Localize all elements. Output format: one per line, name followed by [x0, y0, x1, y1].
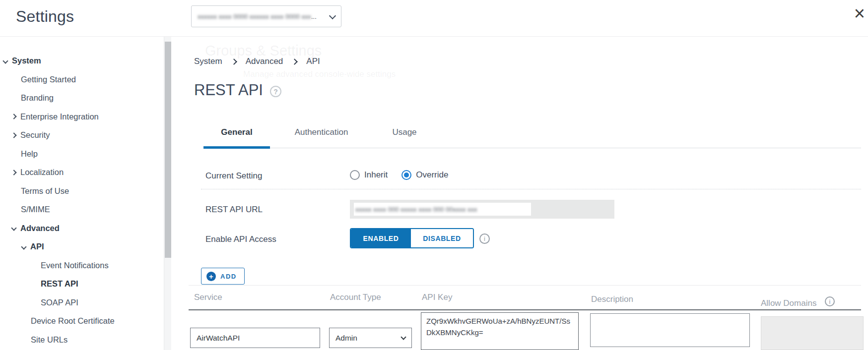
enable-api-access-label: Enable API Access — [205, 234, 276, 244]
sidebar-item-advanced[interactable]: Advanced — [0, 219, 164, 238]
sidebar-item-help[interactable]: Help — [0, 145, 164, 164]
sidebar-item-smime[interactable]: S/MIME — [0, 200, 164, 219]
radio-inherit-label: Inherit — [364, 170, 388, 180]
breadcrumb-advanced[interactable]: Advanced — [246, 57, 283, 66]
sidebar-item-event-notifications[interactable]: Event Notifications — [0, 256, 164, 275]
help-icon[interactable]: ? — [270, 86, 281, 97]
plus-circle-icon: + — [206, 272, 216, 281]
chevron-down-icon — [11, 226, 16, 231]
sidebar-item-localization[interactable]: Localization — [0, 163, 164, 182]
sidebar-item-rest-api[interactable]: REST API — [0, 275, 164, 293]
api-key-textarea[interactable]: ZQr9xWkhvGERWoUa+zA/hBNyzEUNT/SsDkXBMNyC… — [421, 312, 579, 350]
section-divider — [201, 189, 861, 189]
chevron-right-icon — [11, 132, 16, 138]
window-header: Settings xxxxxx xxxx 0000 xxxxxx xxxx 00… — [0, 0, 868, 37]
sidebar-nav-list: System Getting Started Branding Enterpri… — [0, 52, 164, 349]
close-icon[interactable]: × — [854, 4, 865, 23]
sidebar-scrollbar-track — [164, 37, 172, 350]
column-header-service: Service — [194, 292, 222, 302]
sidebar-item-api[interactable]: API — [0, 237, 164, 256]
page-title: REST API — [194, 81, 263, 99]
main-panel: Groups & Settings Manage advanced consol… — [171, 37, 868, 350]
toggle-enabled-option[interactable]: ENABLED — [351, 229, 411, 247]
chevron-down-icon — [2, 58, 8, 63]
rest-api-url-redacted-value: xxxxx xxxx 000 xxxxx xxxx 000 00xxxx xxx — [354, 203, 531, 216]
settings-sidebar: System Getting Started Branding Enterpri… — [0, 37, 171, 350]
sidebar-item-site-urls[interactable]: Site URLs — [0, 331, 164, 350]
chevron-right-icon — [11, 114, 16, 119]
breadcrumb: System Advanced API — [194, 57, 320, 66]
sidebar-item-label: Enterprise Integration — [20, 112, 99, 121]
tab-authentication[interactable]: Authentication — [278, 127, 365, 140]
active-tab-underline — [203, 146, 270, 149]
sidebar-item-label: Device Root Certificate — [31, 316, 115, 326]
sidebar-item-label: REST API — [41, 279, 78, 289]
description-textarea[interactable] — [590, 313, 750, 347]
add-button-label: ADD — [220, 273, 237, 280]
tab-divider-line — [270, 148, 861, 148]
account-type-select[interactable]: Admin — [329, 328, 412, 348]
allow-domains-disabled-field — [761, 316, 864, 350]
column-header-description: Description — [591, 294, 633, 304]
column-header-api-key: API Key — [422, 292, 452, 302]
add-button[interactable]: + ADD — [201, 268, 245, 285]
ghost-background-text: Manage advanced console-wide settings — [243, 69, 396, 79]
chevron-right-icon — [11, 170, 16, 175]
rest-api-url-field: xxxxx xxxx 000 xxxxx xxxx 000 00xxxx xxx — [350, 200, 614, 219]
table-top-border — [189, 285, 861, 286]
window-title: Settings — [16, 7, 74, 26]
settings-window: Settings xxxxxx xxxx 0000 xxxxxx xxxx 00… — [0, 0, 868, 350]
organization-group-redacted-value: xxxxxx xxxx 0000 xxxxxx xxxx 0000 xxxx — [198, 13, 311, 20]
column-header-account-type: Account Type — [330, 292, 381, 302]
breadcrumb-api[interactable]: API — [306, 57, 320, 66]
info-icon[interactable]: i — [479, 233, 490, 244]
sidebar-item-label: Localization — [20, 168, 64, 177]
chevron-right-icon — [231, 58, 237, 65]
sidebar-item-label: Getting Started — [21, 75, 76, 84]
sidebar-item-label: Event Notifications — [41, 261, 109, 270]
breadcrumb-system[interactable]: System — [194, 57, 222, 66]
page-title-row: REST API ? — [194, 81, 281, 99]
toggle-disabled-option[interactable]: DISABLED — [411, 229, 473, 247]
sidebar-item-enterprise-integration[interactable]: Enterprise Integration — [0, 108, 164, 126]
sidebar-item-system[interactable]: System — [0, 52, 164, 70]
sidebar-item-label: System — [12, 56, 41, 65]
info-icon[interactable]: i — [825, 296, 835, 306]
chevron-down-icon — [401, 334, 406, 340]
organization-group-selector[interactable]: xxxxxx xxxx 0000 xxxxxx xxxx 0000 xxxx .… — [191, 5, 341, 27]
sidebar-item-soap-api[interactable]: SOAP API — [0, 293, 164, 312]
sidebar-item-label: SOAP API — [41, 298, 78, 307]
radio-override[interactable] — [401, 170, 411, 180]
radio-override-label: Override — [416, 170, 448, 180]
enable-api-access-toggle: ENABLED DISABLED — [350, 228, 474, 248]
current-setting-label: Current Setting — [205, 171, 262, 181]
column-header-allow-domains: Allow Domains — [761, 298, 816, 308]
chevron-down-icon — [329, 12, 336, 19]
account-type-selected-value: Admin — [335, 334, 357, 343]
chevron-right-icon — [291, 58, 298, 65]
sidebar-item-terms-of-use[interactable]: Terms of Use — [0, 182, 164, 201]
sidebar-item-label: Terms of Use — [21, 186, 69, 196]
sidebar-item-security[interactable]: Security — [0, 126, 164, 145]
organization-group-ellipsis: ... — [311, 13, 317, 20]
sidebar-item-label: Branding — [21, 93, 54, 103]
tab-general[interactable]: General — [203, 127, 270, 140]
sidebar-item-label: Help — [21, 149, 38, 159]
sidebar-item-label: Site URLs — [31, 335, 67, 345]
rest-api-url-label: REST API URL — [205, 205, 263, 215]
table-header-border — [189, 309, 861, 310]
tab-usage[interactable]: Usage — [380, 127, 429, 140]
current-setting-radio-group: Inherit Override — [350, 170, 448, 180]
sidebar-item-device-root-certificate[interactable]: Device Root Certificate — [0, 312, 164, 331]
sidebar-item-label: Advanced — [20, 224, 60, 233]
chevron-down-icon — [21, 244, 26, 249]
radio-inherit[interactable] — [350, 170, 360, 180]
sidebar-item-label: S/MIME — [21, 205, 50, 214]
sidebar-item-getting-started[interactable]: Getting Started — [0, 70, 164, 89]
sidebar-item-label: Security — [20, 130, 50, 140]
sidebar-item-label: API — [30, 242, 44, 251]
sidebar-scrollbar-thumb[interactable] — [165, 42, 171, 258]
sidebar-item-branding[interactable]: Branding — [0, 89, 164, 108]
service-input[interactable] — [190, 328, 320, 348]
